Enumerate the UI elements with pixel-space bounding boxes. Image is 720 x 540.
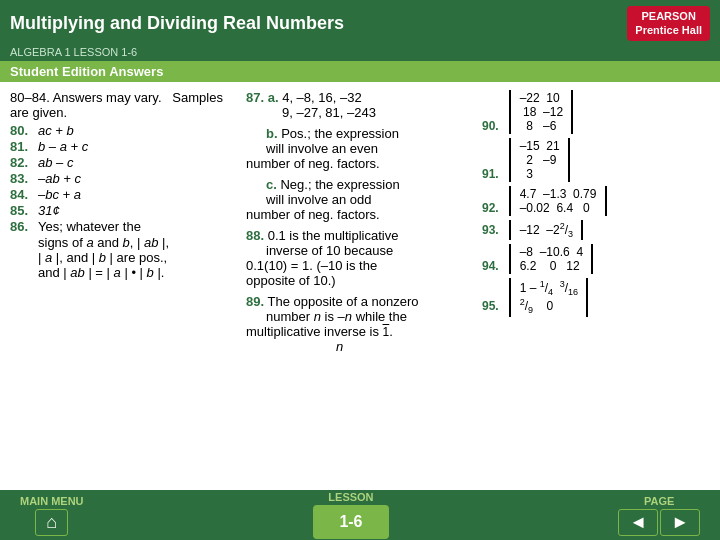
answer-85: 85. 31¢ [10, 203, 240, 218]
mid-col: 87. a. 4, –8, 16, –32 9, –27, 81, –243 b… [246, 90, 476, 498]
next-page-button[interactable]: ► [660, 509, 700, 536]
lesson-button[interactable]: 1-6 [313, 505, 388, 539]
answer-87c: c. Neg.; the expression will involve an … [246, 177, 476, 222]
answer-87b: b. Pos.; the expression will involve an … [246, 126, 476, 171]
page-label: PAGE [644, 495, 674, 507]
left-col: 80–84. Answers may vary. Samples are giv… [10, 90, 240, 498]
right-col: 90. –22 10 18 –12 8 –6 91. –15 21 2 –9 3… [482, 90, 710, 498]
answer-89: 89. The opposite of a nonzero number n i… [246, 294, 476, 354]
answer-86-group: 86. Yes; whatever the signs of a and b, … [10, 219, 240, 280]
page-section: PAGE ◄ ► [618, 495, 700, 536]
lesson-section: LESSON 1-6 [313, 491, 388, 539]
answer-95: 95. 1 – 1/4 3/16 2/9 0 [482, 278, 710, 317]
main-content: 80–84. Answers may vary. Samples are giv… [0, 82, 720, 502]
answer-93: 93. –12 –22/3 [482, 220, 710, 240]
pearson-logo: PEARSON Prentice Hall [627, 6, 710, 41]
main-menu-section: MAIN MENU ⌂ [20, 495, 84, 536]
answer-90: 90. –22 10 18 –12 8 –6 [482, 90, 710, 134]
answer-92: 92. 4.7 –1.3 0.79 –0.02 6.4 0 [482, 186, 710, 216]
home-button[interactable]: ⌂ [35, 509, 68, 536]
answer-81: 81. b – a + c [10, 139, 240, 154]
answer-82: 82. ab – c [10, 155, 240, 170]
answers-header-group: 80–84. Answers may vary. Samples are giv… [10, 90, 240, 120]
main-menu-label: MAIN MENU [20, 495, 84, 507]
answer-86: 86. Yes; whatever the [10, 219, 240, 234]
student-edition-bar: Student Edition Answers [0, 61, 720, 82]
prev-page-button[interactable]: ◄ [618, 509, 658, 536]
footer: MAIN MENU ⌂ LESSON 1-6 PAGE ◄ ► [0, 490, 720, 540]
header: Multiplying and Dividing Real Numbers PE… [0, 0, 720, 45]
lesson-label: LESSON [328, 491, 373, 503]
answer-84: 84. –bc + a [10, 187, 240, 202]
answer-83: 83. –ab + c [10, 171, 240, 186]
subtitle-bar: ALGEBRA 1 LESSON 1-6 [0, 45, 720, 61]
nav-arrows: ◄ ► [618, 509, 700, 536]
answers-header: 80–84. Answers may vary. Samples are giv… [10, 90, 240, 120]
answer-94: 94. –8 –10.6 4 6.2 0 12 [482, 244, 710, 274]
answer-91: 91. –15 21 2 –9 3 [482, 138, 710, 182]
answer-87: 87. a. 4, –8, 16, –32 9, –27, 81, –243 [246, 90, 476, 120]
answer-88: 88. 0.1 is the multiplicative inverse of… [246, 228, 476, 288]
answer-80: 80. ac + b [10, 123, 240, 138]
page-title: Multiplying and Dividing Real Numbers [10, 13, 344, 34]
